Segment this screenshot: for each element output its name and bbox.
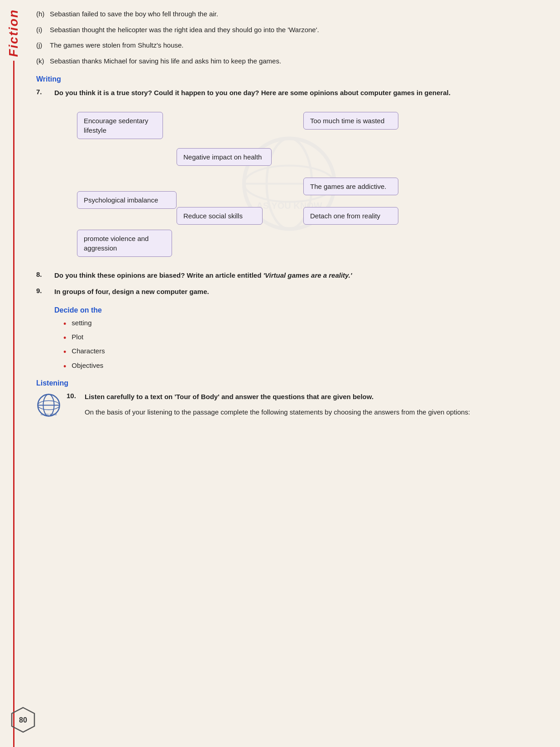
question9-num: 9. (36, 287, 54, 297)
chip-detach: Detach one from reality (303, 207, 398, 225)
question8-row: 8. Do you think these opinions are biase… (36, 270, 542, 281)
bullet-text-objectives: Objectives (72, 361, 103, 369)
bullet-plot: • Plot (63, 333, 542, 343)
decide-heading: Decide on the (54, 306, 542, 314)
sidebar: Fiction (0, 0, 27, 747)
page-number: 80 (19, 716, 27, 724)
question8-italic: 'Virtual games are a reality.' (263, 271, 352, 279)
bullet-dot-4: • (63, 361, 66, 372)
list-label-j: (j) (36, 40, 50, 51)
question7-text: Do you think it is a true story? Could i… (54, 88, 542, 98)
chip-sedentary: Encourage sedentary lifestyle (77, 112, 163, 139)
list-item-k: (k) Sebastian thanks Michael for saving … (36, 56, 542, 67)
bullet-text-plot: Plot (72, 333, 83, 341)
decide-section: Decide on the • setting • Plot • Charact… (54, 306, 542, 372)
bullet-text-setting: setting (72, 319, 91, 327)
sidebar-line (13, 61, 14, 747)
list-label-h: (h) (36, 9, 50, 19)
list-text-k: Sebastian thanks Michael for saving his … (50, 56, 542, 67)
question8-num: 8. (36, 270, 54, 281)
bullet-objectives: • Objectives (63, 361, 542, 372)
chip-psych: Psychological imbalance (77, 191, 177, 209)
bottom-content: AS YOU KNOW 10. Listen carefully to a te… (36, 392, 542, 419)
list-text-j: The games were stolen from Shultz's hous… (50, 40, 542, 51)
chip-time: Too much time is wasted (303, 112, 398, 130)
bullet-text-characters: Characters (72, 347, 105, 355)
writing-heading: Writing (36, 75, 542, 83)
hexagon-badge: 80 (10, 707, 36, 733)
svg-text:AS YOU KNOW: AS YOU KNOW (41, 413, 57, 416)
list-item-i: (i) Sebastian thought the helicopter was… (36, 25, 542, 35)
list-items-container: (h) Sebastian failed to save the boy who… (36, 9, 542, 66)
chip-addictive: The games are addictive. (303, 178, 398, 195)
fiction-label: Fiction (6, 9, 21, 57)
listen-body: On the basis of your listening to the pa… (85, 407, 542, 418)
bullet-list: • setting • Plot • Characters • Objectiv… (63, 319, 542, 372)
chip-violence: promote violence and aggression (77, 230, 172, 257)
list-label-k: (k) (36, 56, 50, 67)
bullet-dot-1: • (63, 319, 66, 329)
bullet-characters: • Characters (63, 347, 542, 357)
question9-text: In groups of four, design a new computer… (54, 287, 542, 297)
list-text-h: Sebastian failed to save the boy who fel… (50, 9, 542, 19)
question10-container: 10. Listen carefully to a text on 'Tour … (67, 392, 542, 418)
bullet-dot-3: • (63, 347, 66, 357)
question9-row: 9. In groups of four, design a new compu… (36, 287, 542, 297)
chip-health: Negative impact on health (177, 148, 272, 166)
question7-row: 7. Do you think it is a true story? Coul… (36, 88, 542, 98)
main-content: (h) Sebastian failed to save the boy who… (36, 0, 542, 419)
bullet-setting: • setting (63, 319, 542, 329)
list-text-i: Sebastian thought the helicopter was the… (50, 25, 542, 35)
question8-main: Do you think these opinions are biased? … (54, 271, 263, 279)
question8-text: Do you think these opinions are biased? … (54, 270, 542, 281)
chip-reduce: Reduce social skills (177, 207, 263, 225)
list-item-j: (j) The games were stolen from Shultz's … (36, 40, 542, 51)
list-item-h: (h) Sebastian failed to save the boy who… (36, 9, 542, 19)
question10-num: 10. (67, 392, 85, 402)
opinions-box: AS YOU KNOW Encourage sedentary lifestyl… (36, 107, 542, 261)
listening-heading: Listening (36, 379, 542, 387)
question10-row: 10. Listen carefully to a text on 'Tour … (67, 392, 542, 402)
bullet-dot-2: • (63, 333, 66, 343)
question7-num: 7. (36, 88, 54, 98)
page-badge-container: 80 (10, 707, 36, 734)
globe-icon: AS YOU KNOW (36, 393, 61, 419)
question10-text: Listen carefully to a text on 'Tour of B… (85, 392, 542, 402)
list-label-i: (i) (36, 25, 50, 35)
